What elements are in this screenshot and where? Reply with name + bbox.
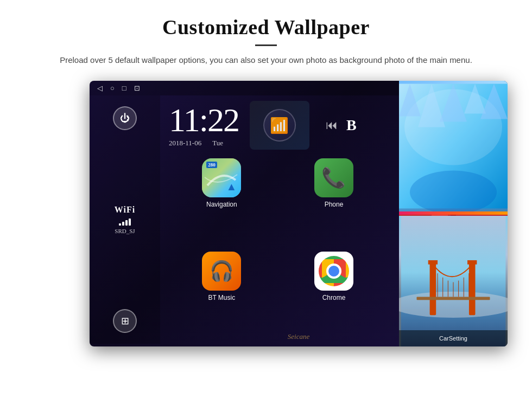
svg-rect-16 (428, 260, 438, 265)
device-screen: ◁ ○ □ ⊡ ⬥ ▾ 11:22 ⏻ WiFi (90, 81, 508, 346)
carsetting-label[interactable]: CarSetting (399, 330, 508, 346)
apps-button[interactable]: ⊞ (113, 309, 137, 333)
navigation-icon: 280 ▲ (202, 158, 241, 197)
wallpaper-image-1[interactable] (399, 81, 508, 211)
bt-music-icon: 🎧 (202, 252, 241, 291)
app-item-navigation[interactable]: 280 ▲ Navigation (169, 158, 275, 245)
phone-symbol: 📞 (321, 166, 346, 189)
svg-rect-18 (417, 297, 490, 300)
wallpaper-divider-bar (399, 211, 508, 216)
phone-icon: 📞 (314, 158, 353, 197)
phone-label: Phone (325, 201, 344, 208)
power-icon: ⏻ (120, 113, 130, 124)
media-icon: 📶 (263, 109, 296, 142)
wifi-bar-3 (125, 220, 128, 226)
svg-rect-15 (469, 263, 476, 315)
bt-music-label: BT Music (208, 294, 235, 301)
page-description: Preload over 5 default wallpaper options… (43, 54, 489, 67)
chrome-label: Chrome (322, 294, 346, 301)
svg-rect-17 (467, 260, 477, 265)
ice-cave-svg (399, 81, 508, 211)
wifi-info: WiFi SRD_SJ (115, 205, 135, 234)
recents-nav-icon[interactable]: □ (122, 84, 126, 92)
main-area: ⏻ WiFi SRD_SJ ⊞ (90, 95, 508, 344)
wallpaper-image-2[interactable]: CarSetting (399, 216, 508, 346)
navigation-icon-wrapper: 280 ▲ (202, 158, 241, 197)
clock-time: 11:22 (169, 103, 239, 137)
home-nav-icon[interactable]: ○ (110, 84, 115, 92)
media-controls: ⏮ B (326, 117, 357, 134)
app-item-bt-music[interactable]: 🎧 BT Music (169, 252, 275, 338)
page-header: Customized Wallpaper Preload over 5 defa… (0, 0, 532, 75)
media-widget: 📶 (250, 101, 309, 150)
apps-grid-icon: ⊞ (121, 315, 129, 327)
chrome-icon (314, 252, 353, 291)
chrome-circle-inner (326, 264, 341, 279)
back-nav-icon[interactable]: ◁ (97, 84, 103, 92)
app-item-phone[interactable]: 📞 Phone (281, 158, 387, 245)
clock-date-row: 2018-11-06 Tue (169, 139, 239, 147)
wifi-label: WiFi (115, 205, 135, 215)
nav-direction-arrow: ▲ (226, 181, 237, 193)
screenshot-icon[interactable]: ⊡ (134, 84, 140, 92)
power-button[interactable]: ⏻ (113, 106, 137, 130)
wallpaper-panel: CarSetting (399, 81, 508, 346)
svg-rect-14 (430, 263, 436, 315)
navigation-label: Navigation (206, 201, 237, 208)
bluetooth-symbol: 🎧 (210, 260, 234, 282)
bridge-svg (399, 216, 508, 346)
app-item-chrome[interactable]: Chrome (281, 252, 387, 338)
status-bar-left: ◁ ○ □ ⊡ (97, 84, 140, 92)
wifi-bar-1 (119, 223, 121, 226)
next-letter-label: B (346, 117, 357, 134)
page-title: Customized Wallpaper (43, 15, 489, 39)
wifi-bar-4 (129, 219, 131, 226)
clock-date: 2018-11-06 (169, 139, 201, 147)
wifi-ssid: SRD_SJ (115, 228, 135, 234)
clock-day: Tue (212, 139, 223, 147)
wifi-bars (115, 217, 135, 226)
prev-track-button[interactable]: ⏮ (326, 118, 338, 132)
device-wrapper: ◁ ○ □ ⊡ ⬥ ▾ 11:22 ⏻ WiFi (57, 81, 475, 363)
sidebar: ⏻ WiFi SRD_SJ ⊞ (90, 95, 160, 344)
watermark: Seicane (288, 332, 309, 341)
chrome-circle-outer (319, 256, 349, 286)
title-divider (255, 44, 277, 46)
clock-display: 11:22 2018-11-06 Tue (169, 103, 239, 147)
media-wifi-symbol: 📶 (270, 117, 289, 134)
wifi-bar-2 (122, 222, 124, 226)
